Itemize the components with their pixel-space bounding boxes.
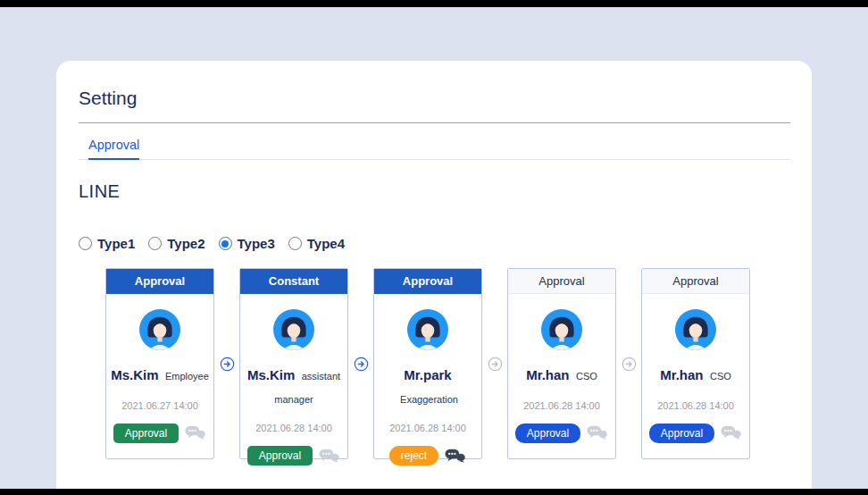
person-name: Mr.park <box>404 367 451 382</box>
type-radio-group: Type1 Type2 Type3 Type4 <box>79 236 790 251</box>
status-row: Approval <box>515 424 608 443</box>
person-role: CSO <box>576 371 597 382</box>
status-row: Approval <box>649 424 742 443</box>
person: Ms.Kim assistant manager <box>240 364 347 409</box>
status-badge[interactable]: Approval <box>247 446 313 466</box>
comment-bubble-icon[interactable] <box>445 449 466 464</box>
status-badge[interactable]: reject <box>389 446 438 466</box>
radio-icon <box>288 237 302 250</box>
letterbox-bottom <box>0 489 868 495</box>
divider <box>79 122 790 123</box>
card-header: Approval <box>508 269 615 294</box>
person-role: Exaggeration <box>400 394 458 405</box>
avatar <box>139 309 180 350</box>
card-body: Ms.Kim Employee 2021.06.27 14:00 Approva… <box>106 294 213 458</box>
card-datetime: 2021.06.28 14:00 <box>657 400 734 411</box>
radio-label: Type2 <box>167 236 204 251</box>
card-header: Approval <box>374 269 481 294</box>
status-row: Approval <box>113 424 206 443</box>
status-badge[interactable]: Approval <box>515 424 580 443</box>
approval-card: Approval Mr.han CSO 2021.06.28 14:00 App… <box>507 268 616 459</box>
radio-type2[interactable]: Type2 <box>148 236 204 251</box>
avatar <box>541 309 582 350</box>
card-body: Mr.park Exaggeration 2021.06.28 14:00 re… <box>374 294 481 466</box>
status-row: reject <box>389 446 466 466</box>
arrow-right-circle-icon <box>354 357 369 372</box>
approval-card: Approval Mr.park Exaggeration 2021.06.28… <box>373 268 482 459</box>
avatar <box>273 309 314 350</box>
comment-bubble-icon[interactable] <box>721 425 742 440</box>
card-datetime: 2021.06.28 14:00 <box>389 423 466 433</box>
avatar <box>407 309 448 350</box>
comment-bubble-icon[interactable] <box>185 425 206 440</box>
person-role: Employee <box>165 371 209 382</box>
arrow-right-circle-icon <box>622 357 637 372</box>
settings-panel: Setting Approval LINE Type1 Type2 Type3 … <box>56 61 812 495</box>
status-row: Approval <box>247 446 340 466</box>
person-name: Mr.han <box>660 367 703 382</box>
radio-label: Type1 <box>97 236 135 251</box>
person-name: Ms.Kim <box>247 367 295 382</box>
card-header: Approval <box>642 269 749 294</box>
card-body: Mr.han CSO 2021.06.28 14:00 Approval <box>642 294 749 458</box>
radio-icon <box>148 237 162 250</box>
card-header: Constant <box>240 269 347 294</box>
approval-card: Approval Ms.Kim Employee 2021.06.27 14:0… <box>105 268 214 459</box>
flow-arrow <box>616 268 641 459</box>
comment-bubble-icon[interactable] <box>587 425 608 440</box>
person: Mr.park Exaggeration <box>374 364 481 409</box>
card-datetime: 2021.06.28 14:00 <box>523 400 600 411</box>
comment-bubble-icon[interactable] <box>319 449 340 464</box>
approval-card: Constant Ms.Kim assistant manager 2021.0… <box>239 268 348 459</box>
status-badge[interactable]: Approval <box>649 424 714 443</box>
person-name: Mr.han <box>526 367 569 382</box>
radio-icon <box>79 237 92 250</box>
card-body: Mr.han CSO 2021.06.28 14:00 Approval <box>508 294 615 458</box>
card-datetime: 2021.06.28 14:00 <box>255 423 332 433</box>
person: Mr.han CSO <box>655 364 736 387</box>
radio-type1[interactable]: Type1 <box>79 236 135 251</box>
flow-arrow <box>482 268 507 459</box>
radio-type4[interactable]: Type4 <box>288 236 345 251</box>
person: Mr.han CSO <box>522 364 602 387</box>
card-datetime: 2021.06.27 14:00 <box>121 400 198 411</box>
tab-approval[interactable]: Approval <box>88 138 139 160</box>
avatar <box>675 309 716 350</box>
card-header: Approval <box>106 269 213 294</box>
tabs-row: Approval <box>79 137 790 160</box>
radio-label: Type3 <box>238 236 275 251</box>
section-title: LINE <box>79 181 790 202</box>
flow-arrow <box>348 268 373 459</box>
status-badge[interactable]: Approval <box>113 424 179 443</box>
arrow-right-circle-icon <box>488 357 503 372</box>
person-role: CSO <box>710 371 731 382</box>
card-body: Ms.Kim assistant manager 2021.06.28 14:0… <box>240 294 347 466</box>
person: Ms.Kim Employee <box>106 364 213 387</box>
approval-card: Approval Mr.han CSO 2021.06.28 14:00 App… <box>641 268 750 459</box>
radio-label: Type4 <box>307 236 345 251</box>
person-name: Ms.Kim <box>111 367 158 382</box>
letterbox-top <box>0 0 868 7</box>
page-title: Setting <box>79 88 790 109</box>
screen: Setting Approval LINE Type1 Type2 Type3 … <box>0 0 868 495</box>
radio-type3[interactable]: Type3 <box>219 236 275 251</box>
flow-arrow <box>214 268 239 459</box>
arrow-right-circle-icon <box>220 357 235 372</box>
approval-line-flow: Approval Ms.Kim Employee 2021.06.27 14:0… <box>105 268 790 459</box>
radio-icon <box>219 237 232 250</box>
